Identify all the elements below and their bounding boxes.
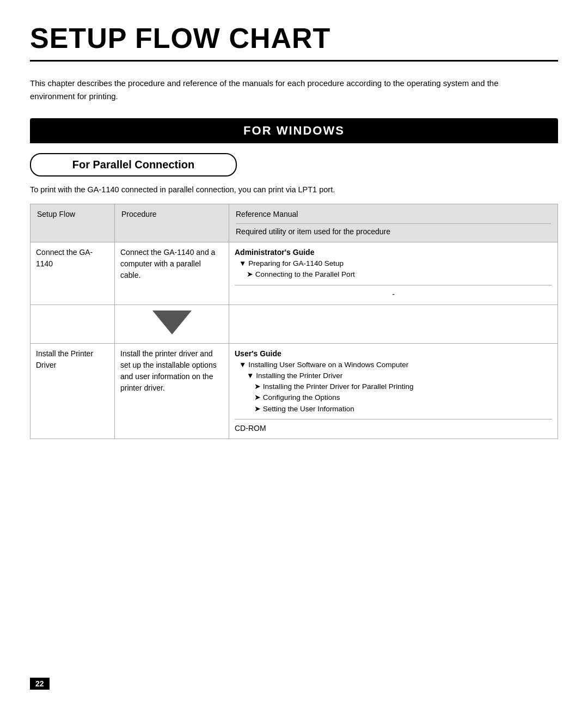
ref-install-item-3: ➤ Installing the Printer Driver for Para… [254,381,552,392]
ref-install-bottom: CD-ROM [235,423,552,434]
header-reference: Reference Manual Required utility or ite… [229,204,558,242]
ref-install-item-4: ➤ Configuring the Options [254,392,552,403]
setup-flow-install: Install the Printer Driver [30,343,115,439]
header-setup-flow: Setup Flow [30,204,115,242]
triangle-icon: ▼ [239,259,248,267]
ref-admin-item-1: ▼ ▼ Preparing for GA-1140 SetupPreparing… [239,258,552,269]
table-header-row: Setup Flow Procedure Reference Manual Re… [30,204,558,242]
arrow-ref-cell [229,305,558,343]
page-number: 22 [30,678,50,690]
ref-admin-guide-title: Administrator's Guide [235,247,552,258]
triangle-icon-3: ▼ [247,372,256,380]
arrow-transition-row [30,305,558,343]
page: SETUP FLOW CHART This chapter describes … [0,0,588,706]
ref-admin-item-2: ➤ Connecting to the Parallel Port [247,269,552,280]
arrow-right-icon-4: ➤ [254,405,263,413]
ref-users-guide-title: User's Guide [235,348,552,360]
arrow-right-icon-2: ➤ [254,382,263,391]
arrow-setup-cell [30,305,115,343]
header-procedure: Procedure [115,204,229,242]
ref-install-item-5: ➤ Setting the User Information [254,404,552,415]
arrow-cell [115,305,229,343]
flow-table: Setup Flow Procedure Reference Manual Re… [30,204,558,439]
ref-install-item-2: ▼ Installing the Printer Driver [247,370,552,381]
arrow-right-icon: ➤ [247,270,255,278]
page-title: SETUP FLOW CHART [30,22,558,62]
header-ref-manual: Reference Manual [236,209,551,224]
triangle-icon-2: ▼ [239,361,248,369]
reference-install: User's Guide ▼ Installing User Software … [229,343,558,439]
procedure-connect: Connect the GA-1140 and a computer with … [115,242,229,305]
parallel-description: To print with the GA-1140 connected in p… [30,185,558,194]
ref-install-item-1: ▼ Installing User Software on a Windows … [239,360,552,370]
procedure-install: Install the printer driver and set up th… [115,343,229,439]
table-row-connect: Connect the GA-1140 Connect the GA-1140 … [30,242,558,305]
parallel-connection-banner: For Parallel Connection [30,153,237,176]
ref-connect-bottom: - [235,289,552,300]
down-arrow-icon [152,311,192,334]
setup-flow-connect: Connect the GA-1140 [30,242,115,305]
intro-paragraph: This chapter describes the procedure and… [30,77,531,103]
reference-connect: Administrator's Guide ▼ ▼ Preparing for … [229,242,558,305]
table-row-install: Install the Printer Driver Install the p… [30,343,558,439]
arrow-right-icon-3: ➤ [254,393,263,401]
windows-banner: FOR WINDOWS [30,118,558,143]
header-ref-utility: Required utility or item used for the pr… [236,226,551,238]
